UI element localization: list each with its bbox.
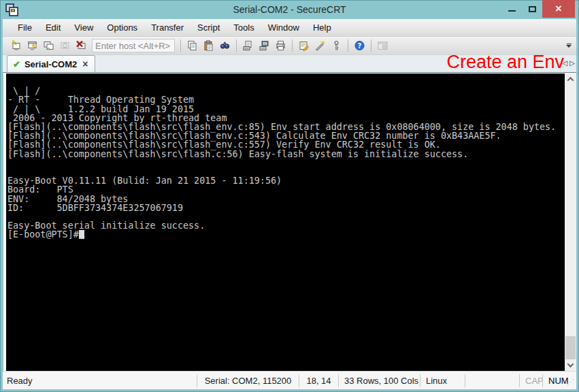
- minimize-icon: [508, 10, 516, 12]
- run-script-button[interactable]: [312, 38, 328, 53]
- menu-edit[interactable]: Edit: [39, 20, 67, 35]
- status-ready: Ready: [3, 374, 197, 387]
- menu-help[interactable]: Help: [306, 20, 338, 35]
- key-icon: [331, 40, 342, 51]
- close-button[interactable]: ×: [542, 0, 575, 18]
- find-icon: [219, 40, 231, 51]
- help-icon: ?: [354, 40, 365, 51]
- tab-connected-check-icon: ✔: [13, 59, 20, 69]
- printer-icon: [275, 40, 286, 51]
- toolbar-separator: [292, 39, 293, 52]
- run-script-icon: [314, 40, 326, 51]
- quick-connect-button[interactable]: [8, 38, 24, 53]
- scroll-down-button[interactable]: [565, 359, 576, 371]
- terminal-cursor: [79, 230, 84, 239]
- status-blank: [465, 374, 519, 387]
- status-cursor-position: 18, 14: [299, 374, 338, 387]
- host-input[interactable]: [92, 39, 175, 52]
- status-screen-size: 33 Rows, 100 Cols: [338, 374, 420, 387]
- status-caps-lock: CAP: [519, 374, 542, 387]
- toolbar-overflow-icon: [567, 44, 572, 45]
- copy-button[interactable]: [184, 38, 200, 53]
- close-icon: ×: [555, 0, 561, 18]
- toolbar-overflow-button[interactable]: [564, 39, 574, 52]
- tab-serial-com2[interactable]: ✔ Serial-COM2 ×: [7, 55, 95, 72]
- find-button[interactable]: [217, 38, 233, 53]
- paste-button[interactable]: [201, 38, 216, 53]
- print-screen-button[interactable]: [257, 38, 272, 53]
- menu-options[interactable]: Options: [100, 20, 144, 35]
- menu-tools[interactable]: Tools: [227, 20, 261, 35]
- connect-in-tab-icon: [43, 40, 54, 51]
- status-bar: Ready Serial: COM2, 115200 18, 14 33 Row…: [3, 371, 576, 389]
- maximize-icon: [529, 6, 536, 12]
- session-options-button[interactable]: [296, 38, 312, 53]
- toolbar-separator: [371, 39, 371, 52]
- terminal-screen[interactable]: \ | / - RT - Thread Operating System / |…: [6, 74, 565, 371]
- disconnect-icon: [76, 40, 87, 51]
- menu-file[interactable]: File: [11, 20, 39, 35]
- quick-connect-icon: [10, 40, 22, 51]
- tab-label: Serial-COM2: [24, 59, 77, 69]
- minimize-button[interactable]: [501, 0, 522, 18]
- reconnect-icon: [59, 40, 71, 51]
- chevron-down-icon: [567, 361, 574, 368]
- title-bar[interactable]: Serial-COM2 - SecureCRT ×: [0, 0, 579, 19]
- connect-icon: [27, 40, 38, 51]
- annotation-create-an-env: Create an Env: [446, 52, 564, 73]
- ssh-keys-button[interactable]: [329, 38, 344, 53]
- toolbar-separator: [180, 39, 181, 52]
- maximize-button[interactable]: [522, 0, 542, 18]
- status-num-lock: NUM: [542, 374, 567, 387]
- terminal-text: \ | / - RT - Thread Operating System / |…: [7, 86, 556, 240]
- connect-in-tab-button[interactable]: [41, 38, 56, 53]
- print-screen-icon: [259, 40, 270, 51]
- menu-script[interactable]: Script: [191, 20, 227, 35]
- copy-icon: [186, 40, 198, 51]
- connect-button[interactable]: [24, 38, 40, 53]
- scroll-up-button[interactable]: [565, 74, 576, 85]
- reconnect-button[interactable]: [57, 38, 73, 53]
- status-serial: Serial: COM2, 115200: [197, 374, 299, 387]
- vertical-scrollbar[interactable]: [565, 74, 576, 371]
- resize-grip[interactable]: ⋰: [567, 374, 576, 387]
- toolbar-separator: [348, 39, 348, 52]
- menu-view[interactable]: View: [67, 20, 100, 35]
- print-button[interactable]: [273, 38, 288, 53]
- session-manager-icon: A: [377, 40, 388, 51]
- securecrt-window: { "window": { "title": "Serial-COM2 - Se…: [0, 0, 579, 392]
- toolbar-separator: [236, 39, 237, 52]
- paste-icon: [203, 40, 214, 51]
- print-document-icon: [242, 40, 254, 51]
- tab-scroll-controls: ◁ ▷: [563, 59, 575, 67]
- menu-window[interactable]: Window: [261, 20, 306, 35]
- scrollbar-thumb[interactable]: [565, 336, 576, 359]
- window-title: Serial-COM2 - SecureCRT: [0, 0, 579, 19]
- help-button[interactable]: ?: [352, 38, 367, 53]
- disconnect-button[interactable]: [73, 38, 89, 53]
- tab-close-icon[interactable]: ×: [81, 59, 89, 69]
- print-document-button[interactable]: [240, 38, 256, 53]
- terminal-frame: \ | / - RT - Thread Operating System / |…: [3, 72, 576, 371]
- svg-text:?: ?: [358, 42, 362, 50]
- status-emulation: Linux: [420, 374, 465, 387]
- menu-transfer[interactable]: Transfer: [144, 20, 191, 35]
- session-manager-button[interactable]: A: [375, 38, 391, 53]
- menu-bar: File Edit View Options Transfer Script T…: [3, 19, 576, 37]
- chevron-up-icon: [567, 77, 574, 84]
- session-options-icon: [298, 40, 310, 51]
- tab-scroll-right-icon[interactable]: ▷: [569, 59, 575, 67]
